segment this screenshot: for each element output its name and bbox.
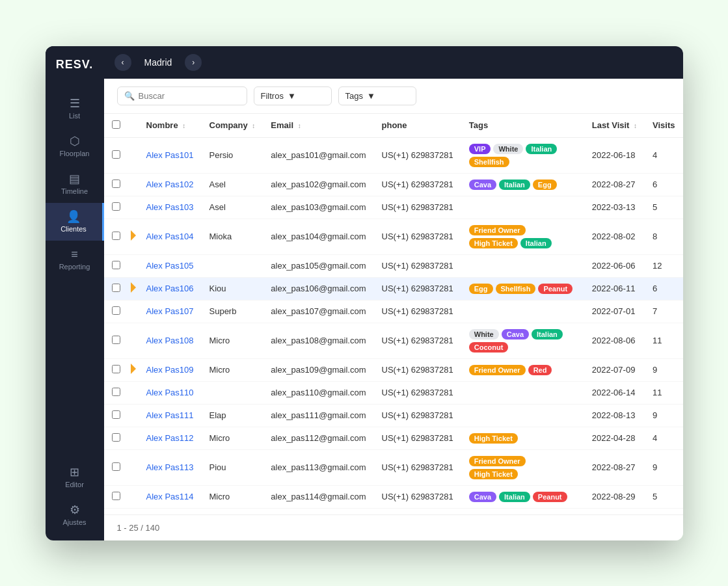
tag-shellfish[interactable]: Shellfish <box>469 157 509 167</box>
tag-friend-owner[interactable]: Friend Owner <box>469 456 526 466</box>
row-name[interactable]: Alex Pas109 <box>139 358 202 381</box>
row-name[interactable]: Alex Pas113 <box>139 449 202 485</box>
tag-white[interactable]: White <box>493 144 523 154</box>
row-name[interactable]: Alex Pas105 <box>139 254 202 277</box>
tag-peanut[interactable]: Peanut <box>538 284 573 294</box>
row-checkbox[interactable] <box>112 261 120 269</box>
tag-italian[interactable]: Italian <box>499 180 530 190</box>
row-email[interactable]: alex_pas107@gmail.com <box>263 300 373 323</box>
tag-friend-owner[interactable]: Friend Owner <box>469 365 526 375</box>
row-email[interactable]: alex_pas103@gmail.com <box>263 196 373 219</box>
sidebar-item-ajustes[interactable]: ⚙ Ajustes <box>46 496 104 534</box>
row-email[interactable]: alex_pas115@gmail.com <box>263 508 373 514</box>
sidebar-item-clientes[interactable]: 👤 Clientes <box>46 203 104 241</box>
tag-italian[interactable]: Italian <box>532 329 563 340</box>
row-email[interactable]: alex_pas109@gmail.com <box>263 358 373 381</box>
row-checkbox[interactable] <box>112 462 120 471</box>
row-name[interactable]: Alex Pas112 <box>139 427 202 449</box>
row-name[interactable]: Alex Pas102 <box>139 173 202 196</box>
table-row: Alex Pas108Microalex_pas108@gmail.comUS(… <box>104 323 683 358</box>
search-box[interactable]: 🔍 <box>117 87 247 105</box>
row-checkbox[interactable] <box>112 433 120 442</box>
tag-white[interactable]: White <box>469 329 499 340</box>
row-tags <box>461 300 584 323</box>
row-email[interactable]: alex_pas101@gmail.com <box>263 137 373 173</box>
tag-high-ticket[interactable]: High Ticket <box>469 433 518 444</box>
row-checkbox[interactable] <box>112 180 120 188</box>
row-flag-icon <box>131 230 136 241</box>
row-checkbox[interactable] <box>112 284 120 292</box>
row-email[interactable]: alex_pas105@gmail.com <box>263 254 373 277</box>
row-name[interactable]: Alex Pas108 <box>139 323 202 358</box>
prev-venue-button[interactable]: ‹ <box>115 54 131 71</box>
tag-cava[interactable]: Cava <box>469 492 496 502</box>
header-visits: Visits <box>645 114 682 138</box>
row-tags <box>461 381 584 404</box>
row-phone: US(+1) 629837281 <box>374 173 461 196</box>
tag-coconut[interactable]: Coconut <box>469 342 509 353</box>
row-checkbox[interactable] <box>112 365 120 373</box>
row-phone: US(+1) 629837281 <box>374 381 461 404</box>
row-email[interactable]: alex_pas108@gmail.com <box>263 323 373 358</box>
row-name[interactable]: Alex Pas110 <box>139 381 202 404</box>
row-checkbox[interactable] <box>112 410 120 419</box>
tag-italian[interactable]: Italian <box>520 238 552 248</box>
tag-cava[interactable]: Cava <box>502 329 529 340</box>
row-name[interactable]: Alex Pas115 <box>139 508 202 514</box>
row-checkbox[interactable] <box>112 388 120 396</box>
row-last-visit: 2022-08-29 <box>584 485 645 508</box>
tag-peanut[interactable]: Peanut <box>533 492 567 502</box>
row-last-visit: 2022-06-06 <box>584 254 645 277</box>
row-email[interactable]: alex_pas111@gmail.com <box>263 404 373 427</box>
search-input[interactable] <box>139 91 240 101</box>
row-name[interactable]: Alex Pas103 <box>139 196 202 219</box>
row-checkbox[interactable] <box>112 202 120 211</box>
tag-high-ticket[interactable]: High Ticket <box>469 469 518 479</box>
header-email[interactable]: Email ↕ <box>263 114 373 138</box>
row-name[interactable]: Alex Pas107 <box>139 300 202 323</box>
row-email[interactable]: alex_pas112@gmail.com <box>263 427 373 449</box>
sidebar-item-list[interactable]: ☰ List <box>46 90 104 127</box>
tag-red[interactable]: Red <box>528 365 552 375</box>
sidebar-item-editor[interactable]: ⊞ Editor <box>46 459 104 496</box>
row-checkbox[interactable] <box>112 336 120 344</box>
tag-vip[interactable]: VIP <box>469 144 491 154</box>
row-checkbox-cell <box>104 449 128 485</box>
row-name[interactable]: Alex Pas114 <box>139 485 202 508</box>
next-venue-button[interactable]: › <box>185 54 202 71</box>
row-checkbox[interactable] <box>112 492 120 500</box>
sidebar-item-reporting[interactable]: ≡ Reporting <box>46 241 104 278</box>
row-checkbox[interactable] <box>112 232 120 240</box>
sidebar-item-timeline[interactable]: ▤ Timeline <box>46 165 104 203</box>
row-checkbox[interactable] <box>112 306 120 315</box>
tag-high-ticket[interactable]: High Ticket <box>469 238 518 248</box>
row-email[interactable]: alex_pas110@gmail.com <box>263 381 373 404</box>
tag-shellfish[interactable]: Shellfish <box>496 284 536 294</box>
row-name[interactable]: Alex Pas104 <box>139 219 202 254</box>
header-last-visit[interactable]: Last Visit ↕ <box>584 114 645 138</box>
table-row: Alex Pas112Microalex_pas112@gmail.comUS(… <box>104 427 683 449</box>
row-name[interactable]: Alex Pas101 <box>139 137 202 173</box>
row-email[interactable]: alex_pas106@gmail.com <box>263 277 373 300</box>
header-company[interactable]: Company ↕ <box>202 114 263 138</box>
tag-cava[interactable]: Cava <box>469 180 496 190</box>
header-phone: phone <box>374 114 461 138</box>
row-email[interactable]: alex_pas113@gmail.com <box>263 449 373 485</box>
row-name[interactable]: Alex Pas106 <box>139 277 202 300</box>
row-name[interactable]: Alex Pas111 <box>139 404 202 427</box>
select-all-checkbox[interactable] <box>112 120 120 129</box>
row-email[interactable]: alex_pas104@gmail.com <box>263 219 373 254</box>
header-checkbox[interactable] <box>104 114 128 138</box>
tag-egg[interactable]: Egg <box>533 180 557 190</box>
header-nombre[interactable]: Nombre ↕ <box>139 114 202 138</box>
tag-italian[interactable]: Italian <box>526 144 557 154</box>
tag-italian[interactable]: Italian <box>499 492 530 502</box>
tags-dropdown[interactable]: Tags ▼ <box>338 87 416 105</box>
row-email[interactable]: alex_pas102@gmail.com <box>263 173 373 196</box>
tag-egg[interactable]: Egg <box>469 284 493 294</box>
tag-friend-owner[interactable]: Friend Owner <box>469 225 526 235</box>
filtros-dropdown[interactable]: Filtros ▼ <box>254 87 332 105</box>
row-checkbox[interactable] <box>112 150 120 159</box>
sidebar-item-floorplan[interactable]: ⬡ Floorplan <box>46 127 104 165</box>
row-email[interactable]: alex_pas114@gmail.com <box>263 485 373 508</box>
